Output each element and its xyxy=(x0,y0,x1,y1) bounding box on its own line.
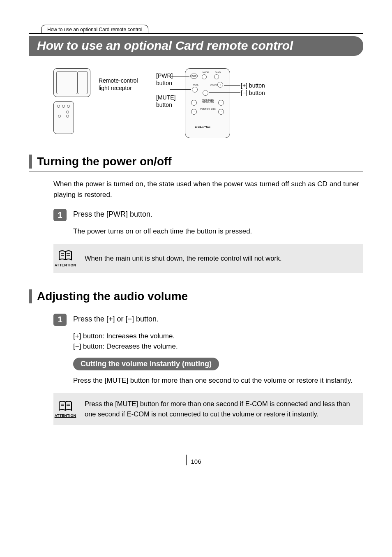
brand-logo: ECLIPSE xyxy=(195,125,211,129)
diagram-area: Remote-control light receptor [PWR] butt… xyxy=(53,68,363,138)
plus-icon: + xyxy=(217,82,223,88)
section1-intro: When the power is turned on, the state u… xyxy=(53,179,359,200)
section2-title: Adjusting the audio volume xyxy=(37,290,188,303)
attention-text-1: When the main unit is shut down, the rem… xyxy=(85,253,282,263)
pwr-icon: PWR xyxy=(190,74,198,79)
step1a-sub: The power turns on or off each time the … xyxy=(73,226,363,237)
section-accent xyxy=(29,155,32,169)
page-title-banner: How to use an optional Card remote contr… xyxy=(29,36,363,56)
section-accent-2 xyxy=(29,289,32,303)
step1b-label: Press the [+] or [−] button. xyxy=(73,315,159,324)
section2-rule xyxy=(29,306,363,306)
book-icon xyxy=(58,250,73,262)
attention-box-1: ATTENTION When the main unit is shut dow… xyxy=(53,244,363,273)
minus-button-label: [−] button xyxy=(241,90,267,97)
mode-label: MODE xyxy=(203,71,209,74)
remote-small-illustration xyxy=(53,101,74,134)
down-icon: ˅ xyxy=(191,100,197,106)
minus-desc: [−] button: Decreases the volume. xyxy=(73,341,363,352)
plus-desc: [+] button: Increases the volume. xyxy=(73,331,363,342)
step-badge-1b: 1 xyxy=(53,314,67,326)
section1-title: Turning the power on/off xyxy=(37,155,172,168)
page-number: 106 xyxy=(29,458,363,465)
plus-button-label: [+] button xyxy=(241,82,267,90)
mute-icon xyxy=(192,87,198,92)
mute-text: MUTE xyxy=(193,83,198,86)
step1a-label: Press the [PWR] button. xyxy=(73,210,152,219)
receptor-label: Remote-control light receptor xyxy=(99,68,148,92)
attention-box-2: ATTENTION Press the [MUTE] button for mo… xyxy=(53,393,363,425)
attention-label-2: ATTENTION xyxy=(53,414,77,418)
head-unit-illustration xyxy=(53,68,90,97)
band-label: BAND xyxy=(215,71,221,74)
breadcrumb-tab: How to use an optional Card remote contr… xyxy=(41,25,148,33)
mute-button-label: [MUTE] button xyxy=(156,94,185,109)
minus-icon: − xyxy=(203,90,208,96)
remote-large-illustration: PWR MODE BAND MUTE VOLUME + − TUNE·SEEK … xyxy=(185,68,230,138)
step-badge-1a: 1 xyxy=(53,209,67,221)
header-rule xyxy=(29,33,363,34)
muting-body: Press the [MUTE] button for more than on… xyxy=(73,375,359,386)
section1-rule xyxy=(29,171,363,171)
pwr-button-label: [PWR] button xyxy=(156,72,185,87)
muting-subtitle: Cutting the volume instantly (muting) xyxy=(73,358,219,370)
book-icon xyxy=(58,400,73,413)
position-text: POSITION DISC xyxy=(199,108,217,110)
attention-label-1: ATTENTION xyxy=(53,263,77,267)
attention-text-2: Press the [MUTE] button for more than on… xyxy=(85,399,357,419)
tune-text: TUNE·SEEK TRACK·APS xyxy=(198,99,218,103)
up-icon: ˄ xyxy=(218,100,224,106)
